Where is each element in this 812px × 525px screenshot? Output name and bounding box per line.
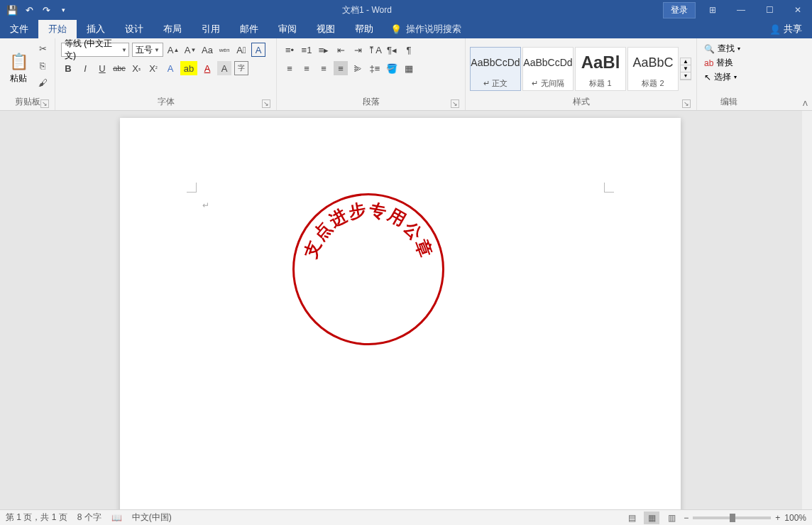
bullets-button[interactable]: ≡• [282,43,297,57]
page[interactable]: ↵ 支点进步专用公章 [120,118,681,509]
style-normal[interactable]: AaBbCcDd ↵ 正文 [470,47,521,91]
shrink-font-button[interactable]: A▼ [183,43,197,57]
quick-access-toolbar: 💾 ↶ ↷ ▾ [0,2,71,18]
decrease-indent-button[interactable]: ⇤ [334,43,348,57]
select-button[interactable]: ↖选择▾ [704,71,740,83]
numbering-button[interactable]: ≡1 [300,43,314,57]
language-status[interactable]: 中文(中国) [132,512,172,524]
print-layout-button[interactable]: ▦ [644,512,659,524]
borders-button[interactable]: ▦ [402,61,416,75]
sort-button[interactable]: ⤒A [368,43,382,57]
style-name: ↵ 正文 [483,78,508,90]
multilevel-button[interactable]: ≡▸ [317,43,331,57]
zoom-in-button[interactable]: + [775,513,780,523]
underline-button[interactable]: U [95,61,109,75]
highlight-button[interactable]: ab [180,61,197,75]
enclose-char-button[interactable]: 字 [234,61,248,75]
style-heading1[interactable]: AaBl 标题 1 [575,47,626,91]
replace-button[interactable]: ab替换 [704,57,740,69]
login-button[interactable]: 登录 [663,2,696,18]
ribbon-display-button[interactable]: ⊞ [698,0,727,20]
italic-button[interactable]: I [78,61,92,75]
styles-launcher[interactable]: ↘ [682,99,691,108]
tab-insert[interactable]: 插入 [77,20,115,38]
paste-button[interactable]: 📋 粘贴 [4,53,33,85]
tab-references[interactable]: 引用 [192,20,230,38]
tab-mail[interactable]: 邮件 [230,20,268,38]
tab-view[interactable]: 视图 [307,20,345,38]
zoom-slider[interactable] [693,516,771,519]
zoom-out-button[interactable]: − [684,513,688,523]
superscript-button[interactable]: X² [146,61,160,75]
web-layout-button[interactable]: ▥ [664,512,679,524]
change-case-button[interactable]: Aa [200,43,214,57]
style-heading2[interactable]: AaBbC 标题 2 [627,47,679,91]
proofing-icon[interactable]: 📖 [111,513,122,523]
format-painter-button[interactable]: 🖌 [35,75,50,90]
tab-file[interactable]: 文件 [0,20,38,38]
show-hide-button[interactable]: ¶ [402,43,416,57]
find-button[interactable]: 🔍查找▾ [704,43,740,55]
font-size-combo[interactable]: 五号▼ [132,43,163,57]
share-label: 共享 [784,23,802,36]
bold-button[interactable]: B [61,61,75,75]
close-button[interactable]: ✕ [784,0,812,20]
text-effects-button[interactable]: A [163,61,177,75]
subscript-button[interactable]: X₂ [129,61,143,75]
shading-button[interactable]: 🪣 [385,61,399,75]
phonetic-button[interactable]: wén [217,43,231,57]
tell-me-search[interactable]: 💡 操作说明搜索 [383,20,468,38]
paragraph-launcher[interactable]: ↘ [451,99,459,108]
gallery-more-icon[interactable]: ▾ [681,72,691,80]
document-area[interactable]: ↵ 支点进步专用公章 [0,111,812,509]
align-left-button[interactable]: ≡ [282,61,297,75]
clear-format-button[interactable]: Aᷕ [234,43,248,57]
tab-home[interactable]: 开始 [38,20,77,38]
font-label: 字体↘ [60,96,272,109]
vertical-scrollbar[interactable] [802,111,812,509]
font-color-button[interactable]: A [200,61,214,75]
char-border-button[interactable]: A [251,43,265,57]
strike-button[interactable]: abc [112,61,126,75]
undo-button[interactable]: ↶ [21,2,37,18]
gallery-up-icon[interactable]: ▲ [681,58,691,65]
group-paragraph: ≡• ≡1 ≡▸ ⇤ ⇥ ⤒A ¶◂ ¶ ≡ ≡ ≡ ≡ ⫸ ‡≡ 🪣 [277,38,466,110]
font-name-combo[interactable]: 等线 (中文正文)▼ [61,43,129,57]
distribute-button[interactable]: ⫸ [351,61,365,75]
tab-help[interactable]: 帮助 [345,20,383,38]
copy-button[interactable]: ⎘ [35,58,50,72]
font-launcher[interactable]: ↘ [262,99,270,108]
tab-layout[interactable]: 布局 [153,20,192,38]
margin-corner-tr [604,183,614,193]
ltr-button[interactable]: ¶◂ [385,43,399,57]
char-shading-button[interactable]: A [217,61,231,75]
line-spacing-button[interactable]: ‡≡ [368,61,382,75]
tab-design[interactable]: 设计 [115,20,153,38]
paragraph-mark: ↵ [202,200,209,210]
align-center-button[interactable]: ≡ [300,61,314,75]
clipboard-launcher[interactable]: ↘ [40,99,49,108]
increase-indent-button[interactable]: ⇥ [351,43,365,57]
justify-button[interactable]: ≡ [334,61,348,75]
group-clipboard: 📋 粘贴 ✂ ⎘ 🖌 剪贴板↘ [0,38,55,110]
qat-customize[interactable]: ▾ [55,2,71,18]
gallery-down-icon[interactable]: ▼ [681,65,691,72]
save-button[interactable]: 💾 [4,2,20,18]
minimize-button[interactable]: — [727,0,755,20]
redo-button[interactable]: ↷ [38,2,54,18]
read-mode-button[interactable]: ▤ [624,512,640,524]
grow-font-button[interactable]: A▲ [166,43,180,57]
page-status[interactable]: 第 1 页，共 1 页 [6,512,67,524]
styles-gallery-scroll[interactable]: ▲ ▼ ▾ [680,58,691,80]
zoom-thumb[interactable] [730,514,735,522]
cut-button[interactable]: ✂ [35,41,50,55]
stamp-shape[interactable]: 支点进步专用公章 [292,193,444,345]
style-nospacing[interactable]: AaBbCcDd ↵ 无间隔 [522,47,574,91]
zoom-level[interactable]: 100% [784,513,806,523]
share-button[interactable]: 👤 共享 [759,20,812,38]
align-right-button[interactable]: ≡ [317,61,331,75]
collapse-ribbon-button[interactable]: ᐱ [803,99,808,107]
word-count[interactable]: 8 个字 [77,512,102,524]
maximize-button[interactable]: ☐ [755,0,784,20]
tab-review[interactable]: 审阅 [268,20,307,38]
